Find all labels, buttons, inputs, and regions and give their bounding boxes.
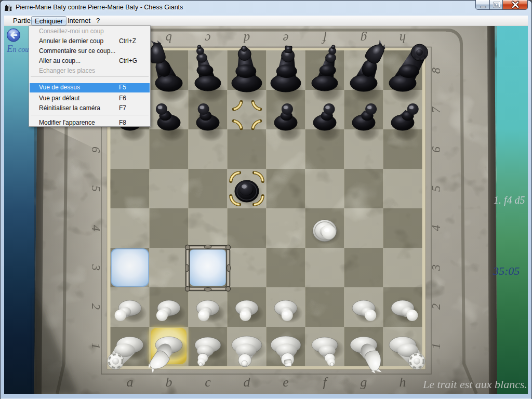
svg-text:1. f4 d5: 1. f4 d5	[494, 194, 525, 206]
svg-text:35:05: 35:05	[493, 264, 520, 277]
svg-text:Le trait est aux blancs.: Le trait est aux blancs.	[422, 378, 527, 391]
